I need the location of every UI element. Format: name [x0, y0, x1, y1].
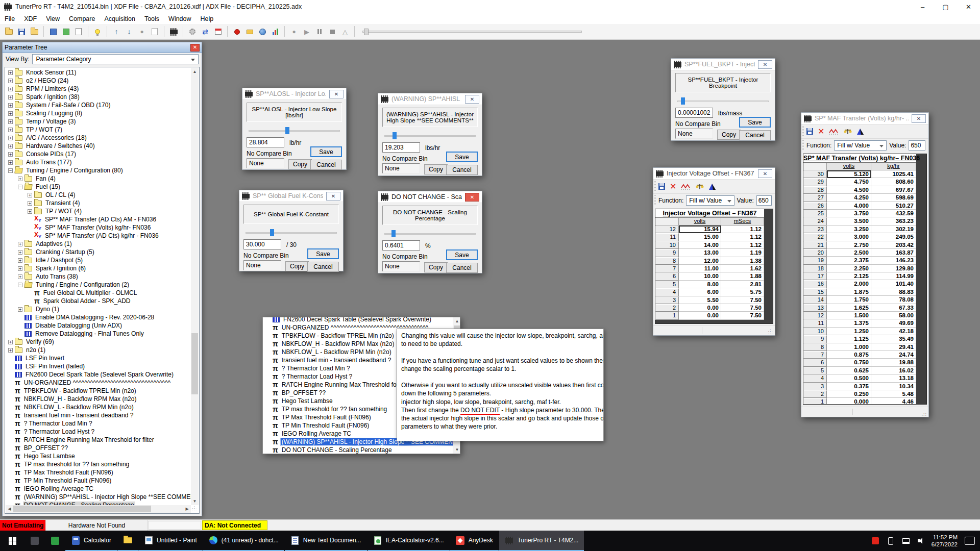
value-slider[interactable]: [249, 127, 340, 134]
tree-item[interactable]: πSpark Global Adder - SPK_ADD: [6, 297, 191, 305]
tree-item[interactable]: πRATCH Engine Running Max Threshold for …: [6, 436, 191, 444]
delta-icon[interactable]: [708, 183, 716, 190]
cell-value[interactable]: 510.27: [871, 202, 916, 210]
compare-bin-icon[interactable]: [47, 26, 59, 37]
expand-plus-icon[interactable]: +: [8, 152, 13, 157]
cell-value[interactable]: 11.00: [679, 265, 721, 272]
value-input[interactable]: 0.6401: [382, 240, 420, 251]
tree-item[interactable]: +Fan (4): [6, 174, 191, 183]
cancel-button[interactable]: Cancel: [739, 130, 771, 140]
cell-value[interactable]: 249.05: [871, 233, 916, 241]
speed-slider[interactable]: [362, 31, 582, 33]
cell-value[interactable]: 3.750: [827, 210, 871, 217]
delete-icon[interactable]: ✕: [818, 128, 824, 135]
cell-value[interactable]: 0.500: [827, 374, 871, 382]
close-icon[interactable]: ✕: [465, 193, 479, 202]
row-number[interactable]: 10: [803, 328, 827, 335]
column-header[interactable]: volts: [827, 163, 871, 170]
row-number[interactable]: 19: [803, 257, 827, 264]
menu-tools[interactable]: Tools: [140, 15, 164, 22]
tree-item[interactable]: −Fuel (15): [6, 183, 191, 191]
cell-value[interactable]: 2.750: [827, 241, 871, 249]
value-input[interactable]: 0.00001002: [675, 108, 713, 118]
slider-thumb[interactable]: [391, 230, 396, 237]
cell-value[interactable]: 1.625: [827, 304, 871, 312]
phone-tray-icon[interactable]: [886, 535, 896, 546]
dialog-titlebar[interactable]: SP** Global Fuel K-Cons...✕: [239, 190, 343, 202]
cell-value[interactable]: 78.08: [871, 296, 916, 304]
expand-plus-icon[interactable]: +: [8, 87, 13, 91]
cell-value[interactable]: 1.000: [827, 343, 871, 351]
collapse-minus-icon[interactable]: −: [8, 168, 13, 173]
record-icon[interactable]: [231, 26, 242, 37]
copy-button[interactable]: Copy: [717, 130, 741, 140]
scale-compare-icon[interactable]: [844, 128, 852, 135]
anydesk-tray-icon[interactable]: [870, 535, 880, 546]
expand-plus-icon[interactable]: +: [8, 111, 13, 116]
cell-value[interactable]: 4.750: [827, 178, 871, 186]
tree-item[interactable]: +Transient (4): [6, 199, 191, 207]
cell-value[interactable]: 0.250: [827, 390, 871, 398]
taskbar-pinned-icon-1[interactable]: [24, 531, 45, 551]
scroll-thumb[interactable]: [191, 333, 198, 394]
taskbar-app-iea[interactable]: IEA-Calculator-v2.6...: [368, 531, 450, 551]
cell-value[interactable]: 15.00: [679, 233, 721, 241]
cell-value[interactable]: 0.000: [827, 398, 871, 405]
cell-value[interactable]: 2.250: [827, 265, 871, 272]
cell-value[interactable]: 67.33: [871, 304, 916, 312]
save-button[interactable]: Save: [310, 146, 342, 157]
scale-compare-icon[interactable]: [696, 183, 704, 190]
expand-plus-icon[interactable]: +: [18, 250, 22, 255]
cell-value[interactable]: 5.50: [679, 296, 721, 304]
cell-value[interactable]: 3.500: [827, 217, 871, 225]
row-number[interactable]: 6: [655, 272, 679, 280]
tree-item[interactable]: +A/C / Accessories (18): [6, 134, 191, 142]
cell-value[interactable]: 129.80: [871, 265, 916, 272]
resize-grip[interactable]: .:.::: [192, 506, 198, 512]
row-number[interactable]: 7: [655, 265, 679, 272]
taskbar-app-notepad[interactable]: New Text Documen...: [285, 531, 367, 551]
cell-value[interactable]: 2.500: [827, 249, 871, 257]
save-button[interactable]: Save: [446, 249, 478, 260]
compare-bin-value[interactable]: None: [382, 261, 420, 271]
value-input[interactable]: 30.000: [243, 239, 281, 249]
copy-button[interactable]: Copy: [424, 262, 448, 272]
tree-item[interactable]: +Console PIDs (17): [6, 150, 191, 158]
row-number[interactable]: 8: [803, 343, 827, 351]
tree-item[interactable]: +Dyno (1): [6, 305, 191, 313]
copy-button[interactable]: Copy: [424, 164, 448, 174]
expand-plus-icon[interactable]: +: [8, 95, 13, 99]
globe-icon[interactable]: [257, 26, 268, 37]
cell-value[interactable]: 203.42: [871, 241, 916, 249]
item-circle-icon[interactable]: ●: [136, 26, 148, 37]
tree-item[interactable]: +RPM / Limiters (43): [6, 85, 191, 93]
expand-plus-icon[interactable]: +: [18, 266, 22, 271]
tree-item[interactable]: −Tuning / Engine / Configuration (2): [6, 281, 191, 289]
cell-value[interactable]: 1.62: [721, 265, 764, 272]
column-header[interactable]: mSecs: [721, 218, 764, 226]
row-number[interactable]: 6: [803, 359, 827, 366]
play-icon[interactable]: ▶: [301, 26, 312, 37]
cell-value[interactable]: 1.12: [721, 226, 764, 233]
tree-item[interactable]: +Verify (69): [6, 338, 191, 346]
scroll-down-icon[interactable]: ▼: [191, 497, 199, 505]
pause-icon[interactable]: [314, 26, 325, 37]
tree-item[interactable]: πFuel Global OL Multiplier - OLMCL: [6, 289, 191, 297]
list-item[interactable]: FN2600 Decel Spark Table (Sealevel Spark…: [264, 317, 452, 323]
tree-item[interactable]: +Spark / Ignition (6): [6, 264, 191, 272]
expand-plus-icon[interactable]: +: [18, 242, 22, 246]
scroll-left-icon[interactable]: ◀: [6, 505, 13, 513]
row-number[interactable]: 25: [803, 210, 827, 217]
cell-value[interactable]: 101.40: [871, 280, 916, 288]
close-icon[interactable]: ✕: [465, 95, 479, 104]
row-number[interactable]: 5: [655, 281, 679, 288]
cell-value[interactable]: 1.875: [827, 288, 871, 296]
cell-value[interactable]: 1.500: [827, 312, 871, 319]
cell-value[interactable]: 49.69: [871, 319, 916, 327]
row-number[interactable]: 15: [803, 288, 827, 296]
expand-plus-icon[interactable]: +: [8, 79, 13, 83]
row-number[interactable]: 18: [803, 265, 827, 272]
menu-file[interactable]: File: [0, 15, 19, 22]
expand-plus-icon[interactable]: +: [8, 119, 13, 124]
menu-view[interactable]: View: [41, 15, 64, 22]
